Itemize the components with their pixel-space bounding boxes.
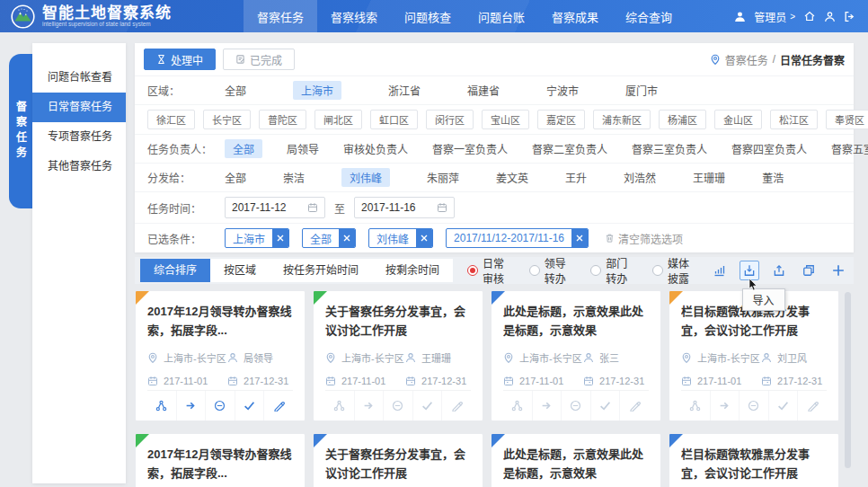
owner-option[interactable]: 督察二室负责人 [532, 141, 607, 156]
tab-processing[interactable]: 处理中 [144, 49, 216, 70]
remove-tag-icon[interactable] [339, 229, 355, 247]
district-chip[interactable]: 普陀区 [259, 110, 306, 129]
owner-option[interactable]: 督察一室负责人 [432, 141, 508, 156]
sidebar-item[interactable]: 日常督察任务 [32, 93, 126, 122]
region-option[interactable]: 厦门市 [625, 83, 658, 98]
district-chip[interactable]: 嘉定区 [537, 110, 585, 129]
sort-tab[interactable]: 按区域 [210, 259, 270, 282]
forward-icon[interactable] [710, 391, 740, 421]
district-chip[interactable]: 闵行区 [426, 110, 474, 129]
district-chip[interactable]: 浦东新区 [593, 110, 651, 129]
tab-completed[interactable]: 已完成 [223, 49, 295, 70]
date-from-input[interactable]: 2017-11-12 [225, 197, 325, 218]
distribute-icon[interactable] [681, 391, 710, 421]
complete-icon[interactable] [235, 391, 264, 421]
filter-radio[interactable]: 日常审核 [467, 255, 515, 286]
owner-option[interactable]: 审核处负责人 [343, 141, 408, 156]
district-chip[interactable]: 闸北区 [314, 110, 362, 129]
logout-icon[interactable] [844, 11, 855, 22]
district-chip[interactable]: 杨浦区 [659, 110, 706, 129]
nav-item[interactable]: 督察任务 [244, 0, 317, 32]
complete-icon[interactable] [412, 391, 442, 421]
user-name[interactable]: 管理员 [754, 9, 786, 24]
district-chip[interactable]: 长宁区 [203, 110, 251, 129]
district-chip[interactable]: 松江区 [770, 110, 818, 129]
distribute-icon[interactable] [325, 391, 354, 421]
nav-item[interactable]: 综合查询 [612, 0, 686, 32]
sidebar-item[interactable]: 问题台帐查看 [32, 63, 126, 93]
region-option[interactable]: 全部 [225, 83, 246, 98]
filter-radio[interactable]: 部门转办 [590, 255, 638, 286]
forward-icon[interactable] [532, 391, 562, 421]
task-card[interactable]: 2017年12月领导转办督察线索，拓展字段... 上海市-长宁区 局领导 [135, 290, 306, 421]
edit-icon[interactable] [441, 391, 471, 421]
suspend-icon[interactable] [739, 391, 768, 421]
dispatch-option[interactable]: 崇洁 [283, 170, 305, 185]
suspend-icon[interactable] [561, 391, 590, 421]
suspend-icon[interactable] [383, 391, 412, 421]
sort-tab[interactable]: 按剩余时间 [372, 259, 453, 282]
import-icon[interactable]: 导入 [740, 261, 759, 280]
region-option[interactable]: 宁波市 [546, 83, 579, 98]
nav-item[interactable]: 问题台账 [465, 0, 538, 32]
export-icon[interactable] [769, 261, 789, 280]
distribute-icon[interactable] [147, 391, 176, 421]
sort-tab[interactable]: 按任务开始时间 [270, 259, 372, 282]
edit-icon[interactable] [263, 391, 293, 421]
owner-option[interactable]: 全部 [225, 139, 262, 158]
sidebar-item[interactable]: 专项督察任务 [32, 122, 126, 152]
district-chip[interactable]: 奉贤区 [826, 110, 868, 129]
sort-tab[interactable]: 综合排序 [140, 259, 210, 282]
complete-icon[interactable] [590, 391, 620, 421]
account-icon[interactable] [824, 11, 836, 22]
district-chip[interactable]: 虹口区 [370, 110, 418, 129]
date-to-input[interactable]: 2017-11-16 [354, 197, 455, 218]
dispatch-option[interactable]: 全部 [225, 170, 246, 185]
dispatch-option[interactable]: 王升 [565, 170, 587, 185]
forward-icon[interactable] [354, 391, 384, 421]
task-card[interactable]: 此处是标题，示意效果此处是标题，示意效果 上海市-长宁区 张三 [491, 290, 661, 421]
district-chip[interactable]: 徐汇区 [147, 110, 195, 129]
owner-option[interactable]: 督察四室负责人 [731, 141, 807, 156]
task-card[interactable]: 栏目标题微软雅黑分发事宜，会议讨论工作开展 上海市-长宁区 刘卫风 [669, 433, 839, 487]
dispatch-option[interactable]: 刘伟峰 [341, 168, 390, 187]
clear-filters-button[interactable]: 清空筛选选项 [605, 231, 683, 246]
nav-item[interactable]: 督察线索 [317, 0, 391, 32]
task-card[interactable]: 此处是标题，示意效果此处是标题，示意效果 上海市-长宁区 张三 [491, 433, 661, 487]
sidebar-ribbon-tab[interactable]: 督察任务 [9, 54, 32, 208]
dispatch-option[interactable]: 王珊珊 [693, 170, 725, 185]
district-chip[interactable]: 宝山区 [482, 110, 529, 129]
breadcrumb-root[interactable]: 督察任务 [725, 52, 768, 67]
scrollbar[interactable] [845, 292, 851, 468]
remove-tag-icon[interactable] [272, 229, 288, 247]
region-option[interactable]: 浙江省 [388, 83, 421, 98]
sidebar-item[interactable]: 其他督察任务 [32, 152, 126, 182]
edit-icon[interactable] [797, 391, 827, 421]
complete-icon[interactable] [768, 391, 798, 421]
task-card[interactable]: 关于督察任务分发事宜，会议讨论工作开展 上海市-长宁区 王珊珊 [313, 290, 483, 421]
add-task-icon[interactable] [828, 261, 848, 280]
filter-radio[interactable]: 媒体披露 [652, 255, 700, 286]
dispatch-option[interactable]: 刘浩然 [624, 170, 656, 185]
edit-icon[interactable] [619, 391, 649, 421]
region-option[interactable]: 上海市 [293, 81, 341, 100]
forward-icon[interactable] [176, 391, 206, 421]
nav-item[interactable]: 问题核查 [391, 0, 465, 32]
owner-option[interactable]: 督察三室负责人 [632, 141, 707, 156]
region-option[interactable]: 福建省 [467, 83, 500, 98]
task-card[interactable]: 关于督察任务分发事宜，会议讨论工作开展 上海市-长宁区 王珊珊 [313, 433, 483, 487]
task-card[interactable]: 2017年12月领导转办督察线索，拓展字段... 上海市-长宁区 局领导 [135, 433, 306, 487]
statistics-icon[interactable] [710, 261, 730, 280]
dispatch-option[interactable]: 姜文英 [496, 170, 528, 185]
dispatch-option[interactable]: 朱丽萍 [427, 170, 459, 185]
suspend-icon[interactable] [205, 391, 235, 421]
distribute-icon[interactable] [503, 391, 532, 421]
district-chip[interactable]: 金山区 [714, 110, 762, 129]
dispatch-option[interactable]: 董浩 [762, 170, 784, 185]
nav-item[interactable]: 督察成果 [538, 0, 612, 32]
owner-option[interactable]: 督察五室负责人 [831, 141, 868, 156]
remove-tag-icon[interactable] [416, 229, 432, 247]
owner-option[interactable]: 局领导 [287, 141, 319, 156]
filter-radio[interactable]: 领导转办 [529, 255, 577, 286]
copy-icon[interactable] [799, 261, 819, 280]
